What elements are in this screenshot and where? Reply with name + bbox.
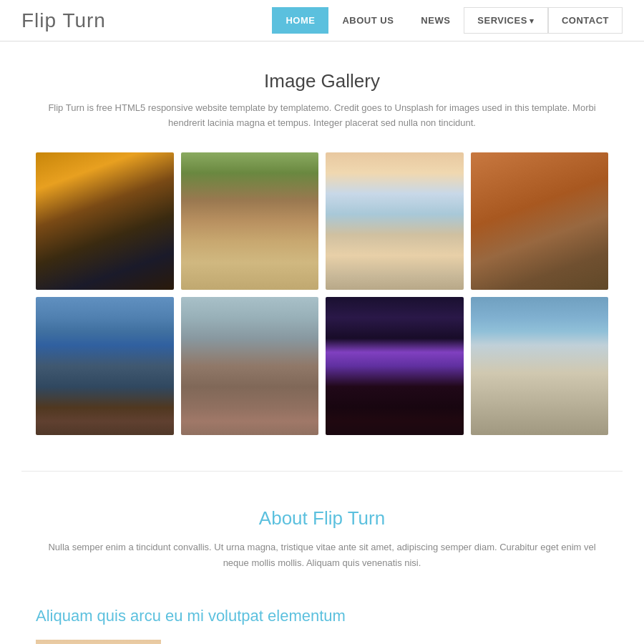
nav-about[interactable]: ABOUT US <box>328 7 407 34</box>
gallery-item-4[interactable] <box>471 152 609 291</box>
gallery-item-8[interactable] <box>471 297 609 435</box>
content-paragraph-1: Quisque venenatis, augue at dictum place… <box>179 640 608 644</box>
gallery-item-7[interactable] <box>326 297 464 435</box>
gallery-image-7 <box>326 297 464 435</box>
about-title: About Flip Turn <box>36 507 608 530</box>
gallery-item-5[interactable] <box>36 297 174 435</box>
gallery-image-6 <box>181 297 319 435</box>
gallery-item-6[interactable] <box>181 297 319 435</box>
gallery-section: Image Gallery Flip Turn is free HTML5 re… <box>0 42 644 471</box>
site-title: Flip Turn <box>21 9 106 32</box>
content-section: Aliquam quis arcu eu mi volutpat element… <box>0 592 644 644</box>
gallery-item-2[interactable] <box>181 152 319 291</box>
gallery-image-3 <box>326 152 464 291</box>
content-heading: Aliquam quis arcu eu mi volutpat element… <box>36 607 608 625</box>
nav-services[interactable]: SERVICES <box>464 7 548 34</box>
about-text: Nulla semper enim a tincidunt convallis.… <box>43 540 601 571</box>
content-text: Quisque venenatis, augue at dictum place… <box>179 640 608 644</box>
main-nav: HOME ABOUT US NEWS SERVICES CONTACT <box>272 7 623 34</box>
gallery-image-2 <box>181 152 319 291</box>
content-row: Quisque venenatis, augue at dictum place… <box>36 640 608 644</box>
header: Flip Turn HOME ABOUT US NEWS SERVICES CO… <box>0 0 644 42</box>
gallery-item-1[interactable] <box>36 152 174 291</box>
gallery-subtitle: Flip Turn is free HTML5 responsive websi… <box>43 101 601 131</box>
gallery-title: Image Gallery <box>36 70 608 92</box>
gallery-image-5 <box>36 297 174 435</box>
about-section: About Flip Turn Nulla semper enim a tinc… <box>0 472 644 592</box>
nav-home[interactable]: HOME <box>272 7 328 34</box>
gallery-image-8 <box>471 297 609 435</box>
nav-news[interactable]: NEWS <box>407 7 464 34</box>
gallery-image-4 <box>471 152 609 291</box>
gallery-image-1 <box>36 152 174 291</box>
gallery-grid <box>36 152 608 435</box>
content-image[interactable] <box>36 640 161 644</box>
nav-contact[interactable]: CONTACT <box>548 7 623 34</box>
gallery-item-3[interactable] <box>326 152 464 291</box>
